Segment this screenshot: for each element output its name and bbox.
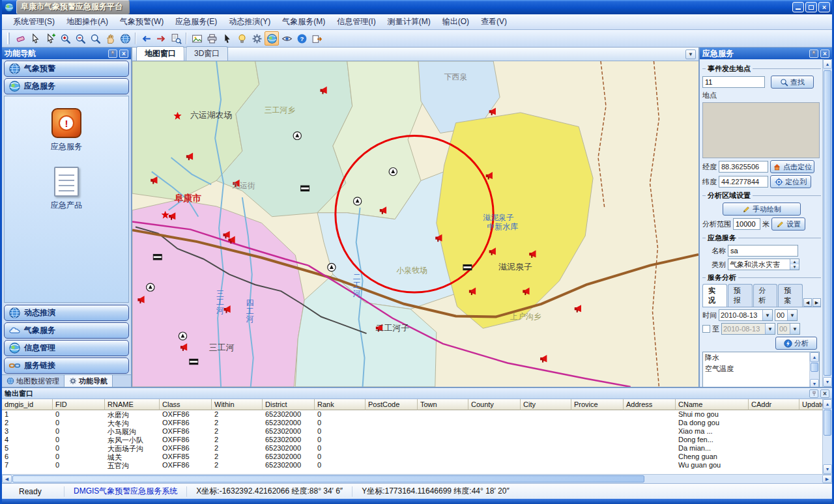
chevron-down-icon[interactable]: ▼	[762, 310, 772, 320]
scroll-left-icon[interactable]: ◀	[2, 475, 12, 483]
flag-marker[interactable]	[190, 359, 198, 364]
help-icon[interactable]	[295, 31, 309, 46]
left-panel-close-icon[interactable]: ×	[119, 49, 128, 58]
column-header-Town[interactable]: Town	[418, 399, 468, 410]
close-button[interactable]: ×	[818, 2, 830, 12]
flag-marker[interactable]	[463, 264, 472, 270]
zoom-out-icon[interactable]	[73, 31, 87, 46]
table-row[interactable]: 60城关OXFF8526523020000Cheng guan	[2, 453, 822, 461]
service-name-input[interactable]	[728, 245, 798, 257]
prev-extent-icon[interactable]	[139, 31, 153, 46]
scrollbar-track[interactable]	[12, 475, 822, 483]
scroll-down-icon[interactable]: ▼	[823, 464, 832, 474]
column-header-City[interactable]: City	[521, 399, 571, 410]
nav-info-management[interactable]: 信息管理	[4, 340, 129, 356]
menu-item-8[interactable]: 输出(O)	[437, 14, 475, 29]
column-header-Provice[interactable]: Provice	[571, 399, 624, 410]
map-tab-1[interactable]: 3D窗口	[186, 46, 228, 61]
column-header-County[interactable]: County	[468, 399, 521, 410]
click-locate-button[interactable]: 点击定位	[770, 160, 814, 173]
menu-item-5[interactable]: 气象服务(M)	[276, 14, 331, 29]
chevron-down-icon[interactable]: ▼	[790, 324, 799, 334]
column-header-dmgis_id[interactable]: dmgis_id	[2, 399, 53, 410]
hour-from-select[interactable]: 00▼	[775, 309, 798, 321]
manual-draw-button[interactable]: 手动绘制	[723, 203, 801, 216]
right-panel-pin-icon[interactable]	[809, 49, 818, 58]
identify-icon[interactable]	[169, 31, 183, 46]
column-header-CAddr[interactable]: CAddr	[749, 399, 799, 410]
scrollbar-track[interactable]	[810, 362, 819, 379]
emergency-service-item[interactable]: ! 应急服务	[51, 108, 82, 152]
scroll-up-icon[interactable]: ▲	[823, 399, 832, 409]
pan-icon[interactable]	[103, 31, 117, 46]
station-marker[interactable]	[179, 332, 186, 340]
range-input[interactable]	[733, 218, 760, 230]
table-row[interactable]: 10水磨沟OXFF8626523020000Shui mo gou	[2, 410, 822, 419]
column-header-PostCode[interactable]: PostCode	[366, 399, 418, 410]
nav-weather-warning[interactable]: 气象预警	[4, 61, 129, 77]
print-icon[interactable]	[205, 31, 219, 46]
column-header-Address[interactable]: Address	[624, 399, 676, 410]
scrollbar-track[interactable]	[823, 69, 832, 377]
nav-dynamic-deduction[interactable]: 动态推演	[4, 305, 129, 321]
scroll-up-icon[interactable]: ▲	[810, 352, 819, 362]
table-row[interactable]: 40东风一小队OXFF8626523020000Dong fen...	[2, 436, 822, 444]
left-panel-pin-icon[interactable]	[108, 49, 117, 58]
menu-item-6[interactable]: 信息管理(I)	[331, 14, 381, 29]
latitude-field[interactable]: 44.2277844	[719, 176, 768, 188]
eye-icon[interactable]	[280, 31, 294, 46]
pointer-icon[interactable]	[220, 31, 234, 46]
longitude-field[interactable]: 88.3625506	[719, 161, 768, 173]
next-extent-icon[interactable]	[154, 31, 168, 46]
map-svg[interactable]: 下西泉六运湖农场三工河乡九运街阜康市滋泥泉子中新水库滋泥泉子小泉牧场上户沟乡三工…	[132, 61, 698, 387]
menu-item-1[interactable]: 地图操作(A)	[61, 14, 114, 29]
left-tab-1[interactable]: 功能导航	[65, 375, 113, 387]
tab-scroll-left-icon[interactable]: ◀	[803, 298, 812, 307]
output-pin-icon[interactable]	[809, 389, 818, 398]
minimize-button[interactable]	[792, 2, 804, 12]
hour-to-select[interactable]: 00▼	[777, 323, 800, 335]
table-row[interactable]: 50大面场子沟OXFF8626523020000Da mian...	[2, 444, 822, 453]
scrollbar-track[interactable]	[823, 409, 832, 464]
zoom-window-icon[interactable]	[88, 31, 102, 46]
analysis-tab-0[interactable]: 实况	[702, 284, 727, 307]
analysis-tab-1[interactable]: 预报	[728, 284, 753, 307]
date-to-select[interactable]: 2010-08-13▼	[721, 323, 775, 335]
select-plus-icon[interactable]	[43, 31, 57, 46]
chevron-down-icon[interactable]: ▼	[787, 310, 797, 320]
nav-emergency-service[interactable]: 应急服务	[4, 78, 129, 94]
element-item-0[interactable]: 降水	[703, 352, 809, 363]
column-header-CName[interactable]: CName	[676, 399, 749, 410]
output-close-icon[interactable]: ×	[820, 389, 829, 398]
station-marker[interactable]	[328, 263, 336, 271]
marker-bulb-icon[interactable]	[235, 31, 249, 46]
date-from-select[interactable]: 2010-08-13▼	[719, 309, 773, 321]
right-panel-scrollbar[interactable]: ▲ ▼	[822, 59, 832, 387]
scroll-down-icon[interactable]: ▼	[823, 377, 832, 387]
column-header-FID[interactable]: FID	[53, 399, 105, 410]
settings-gear-icon[interactable]	[250, 31, 264, 46]
emergency-product-item[interactable]: 应急产品	[51, 167, 82, 211]
column-header-RNAME[interactable]: RNAME	[105, 399, 160, 410]
map-window-dropdown-icon[interactable]: ▼	[685, 49, 696, 59]
analysis-tab-2[interactable]: 分析	[753, 284, 778, 307]
element-list[interactable]: 降水空气温度 ▲ ▼	[702, 352, 820, 387]
find-button[interactable]: 查找	[771, 76, 814, 89]
map-image-icon[interactable]	[190, 31, 204, 46]
menu-item-9[interactable]: 查看(V)	[475, 14, 513, 29]
spin-up-icon[interactable]: ▲	[790, 259, 799, 264]
column-header-Rank[interactable]: Rank	[315, 399, 366, 410]
menu-item-2[interactable]: 气象预警(W)	[114, 14, 169, 29]
scroll-up-icon[interactable]: ▲	[823, 59, 832, 69]
station-marker[interactable]	[389, 168, 397, 176]
nav-service-links[interactable]: 服务链接	[4, 357, 129, 374]
menu-item-0[interactable]: 系统管理(S)	[7, 14, 61, 29]
scroll-down-icon[interactable]: ▼	[810, 379, 819, 387]
column-header-Update[interactable]: Update	[799, 399, 822, 410]
menu-item-3[interactable]: 应急服务(E)	[169, 14, 223, 29]
table-row[interactable]: 70五官沟OXFF8626523020000Wu guan gou	[2, 461, 822, 469]
locate-to-button[interactable]: 定位到	[770, 175, 811, 188]
export-icon[interactable]	[309, 31, 324, 46]
column-header-Within[interactable]: Within	[212, 399, 263, 410]
restore-button[interactable]	[805, 2, 817, 12]
